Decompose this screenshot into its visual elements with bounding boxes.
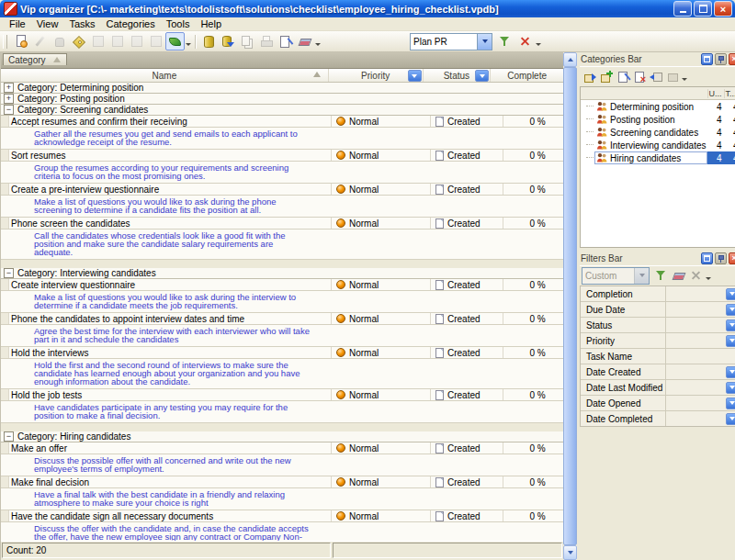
task-name-cell[interactable]: Accept resumes and confirm their receivi… [9,116,332,127]
task-name-cell[interactable]: Phone the candidates to appoint intervie… [9,313,332,324]
task-name-cell[interactable]: Have the candidate sign all necessary do… [9,510,332,521]
task-complete-cell[interactable]: 0 % [503,442,563,454]
column-header-name[interactable]: Name [1,69,329,82]
task-complete-cell[interactable]: 0 % [503,476,563,487]
plan-combobox-dropdown-icon[interactable] [477,34,492,50]
category-row[interactable]: Category: Determining position [1,83,563,94]
task-priority-cell[interactable]: Normal [332,150,431,161]
task-name-cell[interactable]: Hold the interviews [9,347,332,358]
filter-dropdown-icon[interactable] [726,335,735,347]
edit-note-button[interactable] [276,32,295,50]
filter-dropdown-icon[interactable] [726,413,735,425]
filter-row[interactable]: Date Opened [581,396,735,411]
task-status-cell[interactable]: Created [431,347,503,358]
task-status-cell[interactable]: Created [431,313,503,324]
task-status-cell[interactable]: Created [431,150,503,161]
paste-button[interactable] [237,32,256,50]
menu-help[interactable]: Help [195,17,227,30]
filter-edit-button[interactable] [653,268,670,284]
task-row[interactable]: Create interview questionnaireNormalCrea… [1,279,563,291]
vertical-scrollbar[interactable] [563,52,577,560]
filter-value-field[interactable] [665,302,726,317]
minimize-button[interactable] [673,1,692,17]
category-list-item[interactable]: Hiring candidates44 [581,151,735,164]
task-complete-cell[interactable]: 0 % [503,510,563,521]
task-complete-cell[interactable]: 0 % [503,347,563,358]
delete-filter-button[interactable] [686,267,705,285]
erase-button[interactable] [295,32,314,50]
task-status-cell[interactable]: Created [431,116,503,127]
task-row[interactable]: Have the candidate sign all necessary do… [1,510,563,522]
task-row[interactable]: Make final decisionNormalCreated0 % [1,476,563,488]
task-note-row[interactable]: Group the resumes according to your requ… [1,162,563,184]
task-note-row[interactable]: Hold the first and the second round of i… [1,359,563,389]
task-priority-cell[interactable]: Normal [332,389,431,400]
menu-tools[interactable]: Tools [161,17,196,30]
edit-category-button[interactable] [615,69,631,84]
filter-value-field[interactable] [665,364,726,379]
filter-value-field[interactable] [665,349,735,364]
categories-bar-pin-button[interactable] [715,53,727,65]
open-database-button[interactable] [218,32,237,50]
filters-bar-pin-button[interactable] [715,252,727,264]
categories-toolbar-overflow-icon[interactable] [681,69,688,84]
category-row[interactable]: Category: Hiring candidates [1,431,563,442]
category-row[interactable]: Category: Interviewing candidates [1,268,563,279]
task-priority-cell[interactable]: Normal [332,442,431,454]
task-name-cell[interactable]: Make an offer [9,442,332,454]
scroll-up-button[interactable] [563,52,577,67]
filter-value-field[interactable] [665,396,726,410]
task-complete-cell[interactable]: 0 % [503,389,563,400]
print-button[interactable] [256,32,276,50]
expand-toggle-icon[interactable] [4,83,14,93]
task-row[interactable]: Create a pre-interview questionnaireNorm… [1,184,563,196]
category-list-item[interactable]: Determining position44 [581,100,735,113]
filters-bar-dock-button[interactable] [701,252,713,264]
menu-view[interactable]: View [31,17,64,30]
filter-dropdown-icon[interactable] [726,398,735,409]
expand-toggle-icon[interactable] [4,431,14,442]
task-status-cell[interactable]: Created [431,476,503,487]
task-name-cell[interactable]: Create interview questionnaire [9,279,332,290]
task-row[interactable]: Hold the job testsNormalCreated0 % [1,389,563,401]
expand-toggle-icon[interactable] [4,268,14,278]
filter-row[interactable]: Due Date [581,302,735,318]
more-button[interactable] [664,69,681,84]
category-list-item[interactable]: Posting position44 [581,113,735,126]
plan-combobox[interactable]: Plan PR [410,33,492,50]
expand-toggle-icon[interactable] [4,105,14,115]
task-name-cell[interactable]: Hold the job tests [9,389,332,400]
filter-row[interactable]: Completion [581,286,735,302]
task-row[interactable]: Make an offerNormalCreated0 % [1,442,563,454]
total-column-header[interactable]: T... [724,89,735,98]
task-row[interactable]: Accept resumes and confirm their receivi… [1,116,563,128]
toolbar-overflow-icon-2[interactable] [314,34,322,49]
show-notes-toggle[interactable] [165,32,185,50]
task-priority-cell[interactable]: Normal [332,510,431,521]
complete-task-button-2[interactable] [107,32,127,50]
task-priority-cell[interactable]: Normal [332,279,431,290]
filter-value-field[interactable] [665,380,726,395]
filter-dropdown-icon[interactable] [726,319,735,331]
task-note-row[interactable]: Call the candidates whose credentials lo… [1,230,563,260]
filter-row[interactable]: Date Last Modified [581,380,735,396]
filter-row[interactable]: Priority [581,333,735,349]
task-note-row[interactable]: Have candidates participate in any testi… [1,401,563,423]
menu-file[interactable]: File [4,17,31,30]
task-note-row[interactable]: Agree the best time for the interview wi… [1,325,563,347]
move-category-button[interactable] [648,69,664,84]
column-header-complete[interactable]: Complete [491,69,563,82]
filter-dropdown-icon[interactable] [726,366,735,378]
close-button[interactable]: × [714,1,732,17]
filter-dropdown-icon[interactable] [726,382,735,394]
menu-tasks[interactable]: Tasks [63,17,100,30]
filter-row[interactable]: Status [581,318,735,333]
filter-row[interactable]: Date Created [581,364,735,380]
filter-value-field[interactable] [665,318,726,332]
task-status-cell[interactable]: Created [431,218,503,229]
uncompleted-column-header[interactable]: U... [707,89,724,98]
scroll-down-button[interactable] [563,545,577,560]
filters-toolbar-overflow-icon[interactable] [705,268,712,283]
toolbar-overflow-icon[interactable] [185,34,192,49]
column-header-priority[interactable]: Priority [329,69,424,82]
